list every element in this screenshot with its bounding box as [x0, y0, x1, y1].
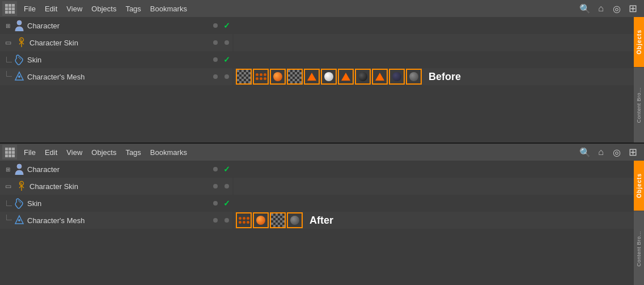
menu-bookmarks-after[interactable]: Bookmarks	[146, 144, 192, 161]
tag-sphere-dark-blue[interactable]	[389, 69, 405, 85]
col2-mesh-after[interactable]	[221, 212, 232, 229]
name-mesh: Character's Mesh	[27, 73, 210, 81]
plus-icon-after[interactable]: ⊞	[626, 145, 639, 159]
expand-skin-group-after[interactable]: ▭	[2, 181, 14, 192]
tab-content-after[interactable]: Content Bro...	[634, 211, 644, 285]
content-area-after: ⊞ Character ✓ ▭	[0, 161, 644, 285]
tags-row-after-2	[234, 178, 644, 195]
expand-character-after[interactable]: ⊞	[2, 164, 14, 175]
cols-mesh-after	[210, 212, 232, 229]
layer-icon-after[interactable]: ◎	[610, 145, 624, 159]
name-skin-group-after: Character Skin	[29, 182, 210, 191]
tag-dots[interactable]	[253, 69, 269, 85]
tags-row-1	[234, 17, 644, 34]
tag-sphere-gray-after[interactable]	[287, 212, 303, 228]
col1-char-after[interactable]	[210, 161, 221, 178]
svg-point-5	[17, 164, 22, 169]
plus-icon[interactable]: ⊞	[626, 2, 639, 15]
tree-panel-after: ⊞ Character ✓ ▭	[0, 161, 232, 285]
col2-skin-group[interactable]	[221, 34, 232, 51]
tag-checker-2[interactable]	[287, 69, 303, 85]
tab-objects-label: Objects	[636, 30, 642, 55]
tree-row-character[interactable]: ⊞ Character ✓	[0, 17, 232, 34]
tags-area-before: Before	[232, 17, 644, 142]
col2-character[interactable]: ✓	[221, 17, 232, 34]
tag-checker-after[interactable]	[270, 212, 286, 228]
menu-tags-after[interactable]: Tags	[121, 144, 145, 161]
tag-sphere-orange-after[interactable]	[253, 212, 269, 228]
tag-tri-orange-3[interactable]	[372, 69, 388, 85]
icon-mesh-after	[14, 215, 25, 226]
cols-mesh	[210, 68, 232, 85]
tag-sphere-white[interactable]	[321, 69, 337, 85]
grid-icon-after[interactable]	[2, 145, 17, 160]
menubar-before: File Edit View Objects Tags Bookmarks 🔍 …	[0, 0, 644, 17]
tree-row-skin-after[interactable]: Skin ✓	[0, 195, 232, 212]
col2-sg-after[interactable]	[221, 178, 232, 195]
col1-mesh-after[interactable]	[210, 212, 221, 229]
col2-skin[interactable]: ✓	[221, 51, 232, 68]
tree-row-character-after[interactable]: ⊞ Character ✓	[0, 161, 232, 178]
home-icon[interactable]: ⌂	[594, 2, 608, 15]
menubar-right-icons-after: 🔍 ⌂ ◎ ⊞	[578, 145, 642, 159]
col1-skin-after[interactable]	[210, 195, 221, 212]
tree-row-skin-group-after[interactable]: ▭ 0 Character Skin	[0, 178, 232, 195]
col2-skin-after[interactable]: ✓	[221, 195, 232, 212]
col1-character[interactable]	[210, 17, 221, 34]
name-mesh-after: Character's Mesh	[27, 216, 210, 225]
tree-row-mesh-after[interactable]: Character's Mesh	[0, 212, 232, 229]
tree-row-skin-group[interactable]: ▭ 0 Character Skin	[0, 34, 232, 51]
svg-point-9	[18, 219, 20, 221]
cols-character: ✓	[210, 17, 232, 34]
menubar-after: File Edit View Objects Tags Bookmarks 🔍 …	[0, 144, 644, 161]
icon-ik: 0	[16, 37, 27, 48]
menu-view-after[interactable]: View	[62, 144, 87, 161]
svg-point-0	[17, 20, 22, 25]
tag-sphere-black[interactable]	[355, 69, 371, 85]
menu-edit[interactable]: Edit	[40, 0, 62, 17]
menu-tags[interactable]: Tags	[121, 0, 145, 17]
col1-sg-after[interactable]	[210, 178, 221, 195]
col2-mesh[interactable]	[221, 68, 232, 85]
tab-objects-after[interactable]: Objects	[634, 161, 644, 211]
menu-file[interactable]: File	[19, 0, 40, 17]
panel-before: File Edit View Objects Tags Bookmarks 🔍 …	[0, 0, 644, 142]
name-skin-after: Skin	[27, 199, 210, 208]
menu-objects[interactable]: Objects	[87, 0, 121, 17]
tab-objects-label-after: Objects	[636, 173, 642, 198]
icon-skin	[14, 54, 25, 65]
tags-row-2	[234, 34, 644, 51]
col1-skin-group[interactable]	[210, 34, 221, 51]
expand-skin-group[interactable]: ▭	[2, 37, 14, 48]
menu-view[interactable]: View	[62, 0, 87, 17]
menu-edit-after[interactable]: Edit	[40, 144, 62, 161]
filler-before	[234, 85, 644, 142]
grid-icon[interactable]	[2, 1, 17, 16]
menu-objects-after[interactable]: Objects	[87, 144, 121, 161]
tags-row-after-3	[234, 195, 644, 212]
tags-row-4: Before	[234, 68, 644, 85]
col1-skin[interactable]	[210, 51, 221, 68]
menu-bookmarks[interactable]: Bookmarks	[146, 0, 192, 17]
home-icon-after[interactable]: ⌂	[594, 145, 608, 159]
search-icon[interactable]: 🔍	[578, 2, 592, 15]
tab-objects-before[interactable]: Objects	[634, 17, 644, 67]
menu-file-after[interactable]: File	[19, 144, 40, 161]
tag-dots-after[interactable]	[236, 212, 252, 228]
tags-area-after: After	[232, 161, 644, 285]
tag-tri-orange-2[interactable]	[338, 69, 354, 85]
search-icon-after[interactable]: 🔍	[578, 145, 592, 159]
tree-row-skin[interactable]: Skin ✓	[0, 51, 232, 68]
expand-character[interactable]: ⊞	[2, 20, 14, 31]
tag-sphere-gray[interactable]	[406, 69, 422, 85]
cols-skin-group	[210, 34, 232, 51]
tag-sphere-orange-1[interactable]	[270, 69, 286, 85]
col1-mesh[interactable]	[210, 68, 221, 85]
layer-icon[interactable]: ◎	[610, 2, 624, 15]
tag-checker-1[interactable]	[236, 69, 252, 85]
col2-char-after[interactable]: ✓	[221, 161, 232, 178]
cols-skin-group-after	[210, 178, 232, 195]
tag-tri-orange-1[interactable]	[304, 69, 320, 85]
tree-row-mesh[interactable]: Character's Mesh	[0, 68, 232, 85]
tab-content-before[interactable]: Content Bro...	[634, 67, 644, 142]
